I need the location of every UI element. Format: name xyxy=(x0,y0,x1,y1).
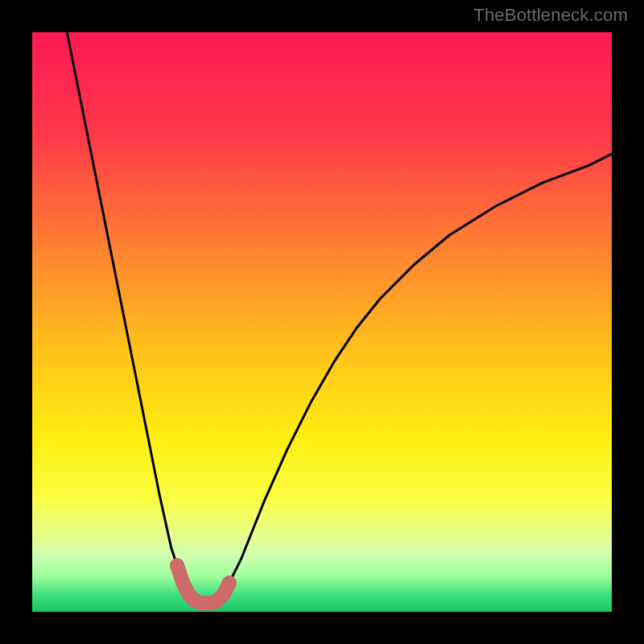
series-left-branch xyxy=(67,32,194,601)
chart-frame: TheBottleneck.com xyxy=(0,0,644,644)
curve-layer xyxy=(32,32,612,612)
watermark-text: TheBottleneck.com xyxy=(473,5,628,26)
plot-area xyxy=(32,32,612,612)
series-highlight-left-dot xyxy=(170,558,184,572)
series-right-branch xyxy=(217,154,612,600)
series-highlight-right-dot xyxy=(222,576,237,590)
